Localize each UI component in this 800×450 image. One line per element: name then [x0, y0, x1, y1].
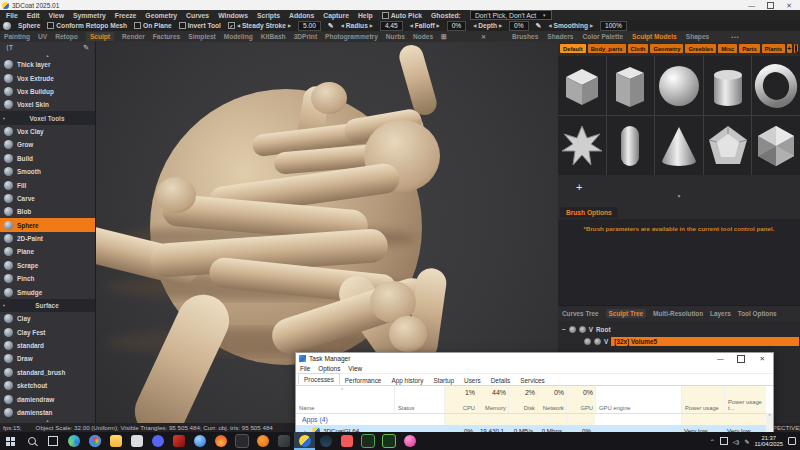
tab-modeling[interactable]: Modeling [224, 33, 253, 40]
stepper-left-icon[interactable]: ◀ [341, 23, 344, 28]
visibility-icon[interactable] [569, 326, 576, 333]
category-default[interactable]: Default [560, 44, 586, 53]
tool-item[interactable]: 2D-Paint [0, 232, 95, 245]
radius-control[interactable]: ◀ Radius ▶ [341, 22, 373, 29]
stepper-left-icon[interactable]: ◀ [237, 23, 240, 28]
falloff-control[interactable]: ◀ Falloff ▶ [410, 22, 440, 29]
tray-chevron-icon[interactable]: ⌃ [710, 438, 715, 445]
add-category-button[interactable]: + [787, 44, 791, 53]
model-capsule[interactable] [607, 116, 655, 175]
taskbar-app-discord[interactable] [147, 432, 168, 450]
tab-photogrammetry[interactable]: Photogrammetry [325, 33, 378, 40]
stepper-right-icon[interactable]: ▶ [499, 23, 502, 28]
tool-item[interactable]: Scrape [0, 259, 95, 272]
search-icon[interactable] [21, 432, 42, 450]
tab-simplest[interactable]: Simplest [188, 33, 215, 40]
tab-uv[interactable]: UV [38, 33, 47, 40]
maximize-icon[interactable] [737, 355, 745, 363]
tool-item[interactable]: Blob [0, 205, 95, 218]
category-cloth[interactable]: Cloth [628, 44, 649, 53]
on-plane-checkbox[interactable]: On Plane [134, 22, 172, 29]
voxel-mode-icon[interactable]: V [604, 338, 608, 345]
shader-icon[interactable] [594, 338, 601, 345]
stepper-left-icon[interactable]: ◀ [473, 23, 476, 28]
menu-item-file[interactable]: File [300, 365, 310, 372]
taskbar-app-image-editor[interactable] [273, 432, 294, 450]
search-button[interactable] [794, 44, 798, 53]
taskbar-app-medibang[interactable] [336, 432, 357, 450]
column-memory[interactable]: 44% Memory [477, 386, 508, 413]
tab-startup[interactable]: Startup [428, 375, 459, 385]
tab-nurbs[interactable]: Nurbs [386, 33, 405, 40]
add-model-button[interactable]: + [558, 175, 800, 193]
tab-painting[interactable]: Painting [4, 33, 30, 40]
start-button[interactable] [0, 432, 21, 450]
menu-item-file[interactable]: File [6, 12, 18, 19]
taskbar-app-ds[interactable] [378, 432, 399, 450]
menu-item-curves[interactable]: Curves [186, 12, 209, 19]
tool-item[interactable]: Voxel Skin [0, 98, 95, 111]
column-power-trend[interactable]: Power usage t... [724, 386, 766, 413]
tree-row-root[interactable]: − V Root [558, 323, 800, 335]
tool-item[interactable]: damienstan [0, 406, 95, 419]
visibility-icon[interactable] [584, 338, 591, 345]
tab-users[interactable]: Users [459, 375, 486, 385]
tab-sculpt[interactable]: Sculpt [86, 32, 114, 41]
tab-3dprint[interactable]: 3DPrint [294, 33, 317, 40]
taskbar-app-blue[interactable] [189, 432, 210, 450]
tool-item[interactable]: standard_brush [0, 366, 95, 379]
column-network[interactable]: 0% Network [537, 386, 566, 413]
model-icosahedron[interactable] [752, 116, 800, 175]
tab-retopo[interactable]: Retopo [55, 33, 78, 40]
tab-details[interactable]: Details [486, 375, 516, 385]
model-cube[interactable] [558, 56, 606, 115]
tab-shaders[interactable]: Shaders [547, 33, 573, 40]
tab-color-palette[interactable]: Color Palette [582, 33, 623, 40]
model-star[interactable] [558, 116, 606, 175]
model-dodecahedron[interactable] [704, 116, 752, 175]
menu-item-capture[interactable]: Capture [323, 12, 349, 19]
tool-item[interactable]: Vox Extrude [0, 71, 95, 84]
layout-grid-icon[interactable]: ⊞ [441, 33, 447, 41]
steady-stroke-input[interactable]: 5.00 [298, 21, 321, 31]
stepper-left-icon[interactable]: ◀ [548, 23, 551, 28]
tool-item[interactable]: Carve [0, 192, 95, 205]
taskbar-app-photos[interactable] [126, 432, 147, 450]
panel-menu-icon[interactable]: ••• [731, 34, 739, 40]
taskbar-app-chrome[interactable] [84, 432, 105, 450]
tool-item-sphere-active[interactable]: Sphere [0, 218, 95, 231]
volume-icon[interactable]: ◁) [733, 438, 740, 445]
menu-item-freeze[interactable]: Freeze [115, 12, 137, 19]
model-cylinder[interactable] [704, 56, 752, 115]
tool-item[interactable]: Build [0, 152, 95, 165]
stepper-right-icon[interactable]: ▶ [370, 23, 373, 28]
taskbar-app-flame[interactable] [210, 432, 231, 450]
tab-nodes[interactable]: Nodes [413, 33, 433, 40]
invert-tool-checkbox[interactable]: Invert Tool [179, 22, 221, 29]
close-icon[interactable]: ✕ [786, 2, 792, 9]
tool-item[interactable]: sketchout [0, 379, 95, 392]
menu-item-geometry[interactable]: Geometry [145, 12, 177, 19]
ghosted-dropdown[interactable]: Don't Pick, Don't Act ▼ [470, 10, 552, 20]
depth-input[interactable]: 0% [509, 21, 529, 31]
tab-multi-resolution[interactable]: Multi-Resolution [653, 310, 703, 317]
menu-item-help[interactable]: Help [358, 12, 373, 19]
stepper-right-icon[interactable]: ▶ [590, 23, 593, 28]
tab-render[interactable]: Render [122, 33, 145, 40]
taskbar-app-red[interactable] [168, 432, 189, 450]
tab-brushes[interactable]: Brushes [512, 33, 538, 40]
tab-factures[interactable]: Factures [153, 33, 181, 40]
tabstrip-close-icon[interactable]: ✕ [481, 33, 486, 40]
shader-icon[interactable] [579, 326, 586, 333]
menu-item-view[interactable]: View [49, 12, 64, 19]
tab-processes[interactable]: Processes [298, 373, 340, 385]
minimize-icon[interactable]: — [748, 2, 755, 9]
brush-edit-icon[interactable]: ✎ [83, 44, 89, 52]
group-apps[interactable]: Apps (4) [296, 414, 773, 425]
auto-pick-checkbox[interactable]: Auto Pick [382, 12, 422, 19]
menu-item-scripts[interactable]: Scripts [257, 12, 280, 19]
stepper-right-icon[interactable]: ▶ [437, 23, 440, 28]
smoothing-input[interactable]: 100% [600, 21, 627, 31]
stepper-right-icon[interactable]: ▶ [288, 23, 291, 28]
tool-item[interactable]: Clay Fest [0, 325, 95, 338]
